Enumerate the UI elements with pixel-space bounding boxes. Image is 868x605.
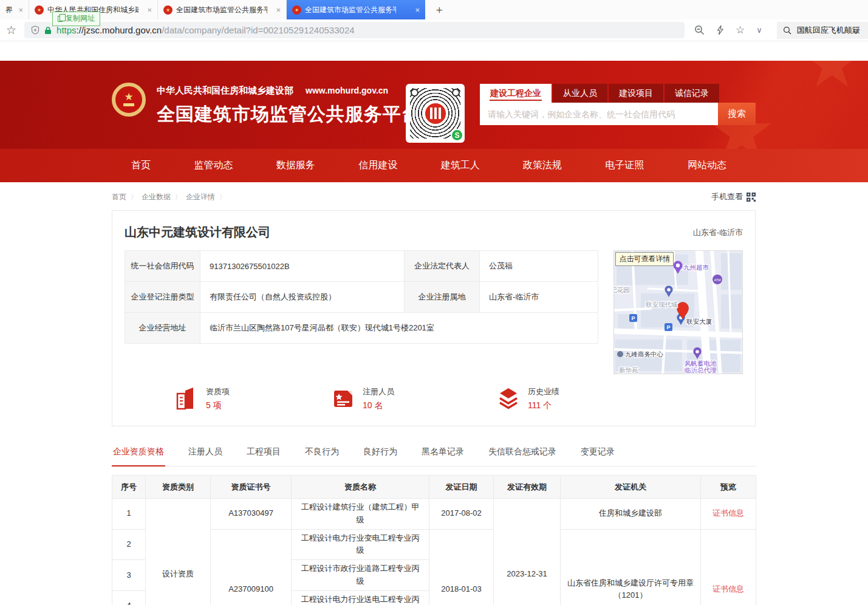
row-no: 2 [112, 529, 146, 560]
tab-registered-personnel[interactable]: 注册人员 [187, 441, 224, 466]
lock-icon [44, 26, 52, 35]
row-no: 3 [112, 560, 146, 591]
qualification-name: 工程设计电力行业送电工程专业丙级 [292, 590, 429, 605]
platform-title: 全国建筑市场监管公共服务平台 [157, 102, 420, 127]
search-tab-credit[interactable]: 诚信记录 [665, 84, 719, 103]
site-title-block: 中华人民共和国住房和城乡建设部www.mohurd.gov.cn 全国建筑市场监… [157, 85, 420, 127]
certificate-info-link[interactable]: 证书信息 [713, 584, 744, 593]
shield-icon[interactable] [31, 26, 39, 35]
detail-tabs: 企业资质资格 注册人员 工程项目 不良行为 良好行为 黑名单记录 失信联合惩戒记… [112, 441, 756, 467]
search-button[interactable]: 搜索 [718, 103, 756, 125]
row-no: 4 [112, 590, 146, 605]
credit-code-value: 91371302675501022B [200, 251, 405, 282]
cert-no: A237009100 [211, 529, 292, 605]
breadcrumb-company-detail[interactable]: 企业详情 [186, 192, 215, 202]
browser-tab-active[interactable]: ★ 全国建筑市场监管公共服务平台 × [287, 0, 425, 19]
tab-projects[interactable]: 工程项目 [245, 441, 282, 466]
map-label: 纪花园 [614, 286, 630, 293]
nav-policy[interactable]: 政策法规 [523, 159, 562, 172]
breadcrumb-company-data[interactable]: 企业数据 [142, 192, 171, 202]
tab-title: 全国建筑市场监管公共服务平台 [305, 5, 396, 15]
legal-rep-value: 公茂福 [480, 251, 598, 282]
browser-tab-0[interactable]: 界 × [0, 0, 29, 19]
svg-text:ATM: ATM [714, 278, 722, 282]
qualification-category: 设计资质 [146, 499, 211, 605]
ministry-url: www.mohurd.gov.cn [306, 86, 388, 95]
nav-site-news[interactable]: 网站动态 [688, 159, 726, 172]
tab-qualifications[interactable]: 企业资质资格 [112, 441, 165, 467]
certificate-info-link[interactable]: 证书信息 [713, 508, 744, 518]
nav-data-service[interactable]: 数据服务 [276, 159, 315, 172]
url-text[interactable]: https://jzsc.mohurd.gov.cn/data/company/… [56, 25, 355, 35]
keyword-search-input[interactable] [480, 103, 718, 125]
lightning-icon[interactable] [716, 25, 724, 35]
issue-date: 2018-01-03 [429, 529, 494, 605]
validity-date: 2023-12-31 [494, 499, 561, 605]
stat-label: 历史业绩 [528, 386, 559, 397]
qrcode-icon [747, 193, 756, 202]
tab-bad-behavior[interactable]: 不良行为 [304, 441, 340, 466]
nav-supervision[interactable]: 监管动态 [194, 159, 233, 172]
row-no: 1 [112, 499, 146, 530]
bookmark-star-icon[interactable]: ☆ [6, 23, 16, 37]
reg-region-label: 企业注册属地 [405, 282, 480, 313]
reg-type-label: 企业登记注册类型 [125, 282, 200, 313]
search-tab-project[interactable]: 建设项目 [609, 84, 663, 103]
browser-search-box[interactable]: 国航回应飞机颠簸 [777, 22, 868, 39]
decor-star: ★ [802, 61, 862, 102]
nav-credit[interactable]: 信用建设 [358, 159, 397, 172]
zoom-out-icon[interactable] [694, 25, 705, 35]
browser-url-bar: ☆ https://jzsc.mohurd.gov.cn/data/compan… [0, 19, 868, 41]
breadcrumb-separator: 〉 [219, 193, 226, 202]
new-tab-icon[interactable]: ＋ [434, 2, 445, 17]
nav-workers[interactable]: 建筑工人 [441, 159, 480, 172]
map-canvas: ATM P P [614, 251, 743, 374]
search-category-tabs: 建设工程企业 从业人员 建设项目 诚信记录 [480, 84, 756, 103]
tab-changes[interactable]: 变更记录 [579, 441, 616, 466]
browser-tab-2[interactable]: ★ 全国建筑市场监管公共服务平台 × [158, 0, 287, 19]
map-label: 九州超市 [683, 264, 709, 271]
search-tab-personnel[interactable]: 从业人员 [553, 84, 607, 103]
tab-blacklist[interactable]: 黑名单记录 [420, 441, 465, 466]
svg-text:P: P [632, 315, 635, 321]
copy-icon [58, 16, 63, 22]
search-icon [783, 26, 791, 35]
company-location-map[interactable]: 点击可查看详情 [613, 250, 743, 374]
qualification-table: 序号 资质类别 资质证书号 资质名称 发证日期 发证有效期 发证机关 预览 1 … [112, 475, 756, 605]
address-bar[interactable]: https://jzsc.mohurd.gov.cn/data/company/… [24, 22, 685, 38]
issuing-authority: 住房和城乡建设部 [561, 499, 701, 530]
address-value: 临沂市兰山区陶然路107号星河晶都（联安）现代城1号楼2201室 [200, 313, 598, 344]
table-header-row: 序号 资质类别 资质证书号 资质名称 发证日期 发证有效期 发证机关 预览 [112, 476, 756, 499]
browser-toolbar-icons: ☆ ∨ [694, 24, 762, 36]
favorite-star-icon[interactable]: ☆ [736, 24, 745, 36]
search-tab-enterprise[interactable]: 建设工程企业 [480, 84, 552, 103]
map-label: 九峰商务中心 [625, 350, 664, 358]
nav-home[interactable]: 首页 [131, 159, 151, 172]
nav-e-license[interactable]: 电子证照 [606, 159, 644, 172]
stat-value[interactable]: 111 个 [528, 400, 559, 411]
close-icon[interactable]: × [147, 5, 152, 15]
site-qr-code: S [406, 84, 465, 143]
breadcrumb-home[interactable]: 首页 [112, 192, 126, 202]
emblem-favicon-icon: ★ [292, 5, 301, 15]
national-emblem-icon: ★ [112, 83, 146, 117]
platform-logo-icon [423, 101, 448, 126]
poi-icon [617, 351, 623, 357]
stat-value[interactable]: 10 名 [363, 400, 394, 411]
chevron-down-icon[interactable]: ∨ [756, 26, 762, 35]
tab-dishonesty[interactable]: 失信联合惩戒记录 [487, 441, 558, 466]
issuing-authority: 山东省住房和城乡建设厅许可专用章（1201） [561, 529, 701, 605]
wechat-scan-icon: S [451, 129, 463, 142]
stat-value[interactable]: 5 项 [206, 400, 230, 411]
map-label: 新华苑 [619, 366, 638, 374]
mobile-view[interactable]: 手机查看 [711, 191, 756, 202]
issue-date: 2017-08-02 [429, 499, 494, 530]
ministry-name: 中华人民共和国住房和城乡建设部 [157, 85, 293, 95]
tab-good-behavior[interactable]: 良好行为 [362, 441, 398, 466]
close-icon[interactable]: × [276, 5, 281, 15]
close-icon[interactable]: × [18, 5, 23, 15]
site-search-widget: 建设工程企业 从业人员 建设项目 诚信记录 搜索 [480, 84, 756, 125]
qualification-name: 工程设计市政行业道路工程专业丙级 [292, 560, 429, 591]
copy-url-tooltip: 复制网址 [52, 12, 100, 26]
close-icon[interactable]: × [415, 5, 420, 15]
